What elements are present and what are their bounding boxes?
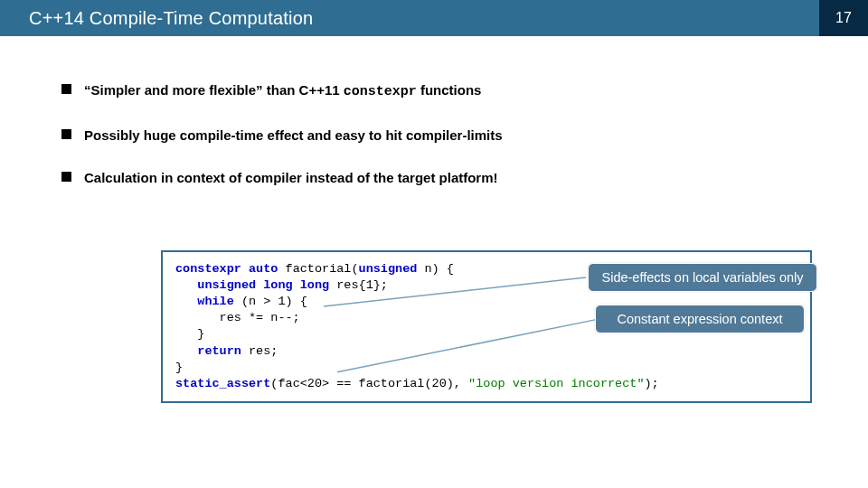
callout-side-effects: Side-effects on local variables only <box>588 263 817 292</box>
code-kw: static_assert <box>175 377 270 390</box>
code-kw: constexpr auto <box>175 262 286 276</box>
code-text: (fac<20> == factorial(20), <box>270 377 468 390</box>
code-string: "loop version incorrect" <box>468 377 644 390</box>
code-text <box>175 278 197 292</box>
code-text: res{1}; <box>329 278 388 292</box>
slide-header: C++14 Compile-Time Computation 17 <box>0 0 868 36</box>
slide-body: “Simpler and more flexible” than C++11 c… <box>0 36 868 403</box>
code-text: } <box>175 361 183 374</box>
code-region: constexpr auto factorial(unsigned n) { u… <box>161 250 812 404</box>
bullet-square-icon <box>61 84 71 94</box>
bullet-square-icon <box>61 172 71 182</box>
code-text: (n > 1) { <box>234 295 307 308</box>
code-kw: return <box>197 344 241 358</box>
bullet-square-icon <box>61 129 71 139</box>
code-kw: while <box>197 295 234 308</box>
page-number: 17 <box>819 0 868 36</box>
code-kw: unsigned <box>359 262 418 276</box>
code-text <box>175 344 197 358</box>
bullet-text-post: functions <box>417 82 482 98</box>
bullet-text-pre: Calculation in context of compiler inste… <box>84 170 498 185</box>
bullet-text-pre: Possibly huge compile-time effect and ea… <box>84 127 503 143</box>
code-text: res; <box>241 344 278 358</box>
code-text: ); <box>645 377 659 390</box>
bullet-text: Calculation in context of compiler inste… <box>84 169 498 187</box>
code-text: factorial( <box>286 262 359 276</box>
code-text <box>175 295 197 308</box>
bullet-item: “Simpler and more flexible” than C++11 c… <box>61 81 832 101</box>
bullet-text: “Simpler and more flexible” than C++11 c… <box>84 81 481 101</box>
bullet-item: Possibly huge compile-time effect and ea… <box>61 127 832 145</box>
slide-title: C++14 Compile-Time Computation <box>0 0 819 36</box>
code-text: res *= n--; <box>175 311 300 324</box>
slide: C++14 Compile-Time Computation 17 “Simpl… <box>0 0 868 488</box>
bullet-text: Possibly huge compile-time effect and ea… <box>84 127 503 145</box>
bullet-item: Calculation in context of compiler inste… <box>61 169 832 187</box>
code-text: } <box>175 327 204 341</box>
code-kw: unsigned long long <box>197 278 329 292</box>
bullet-text-mono: constexpr <box>344 84 417 99</box>
callout-constant-expr: Constant expression context <box>595 305 805 333</box>
code-text: n) { <box>417 262 454 276</box>
bullet-text-pre: “Simpler and more flexible” than C++11 <box>84 82 344 98</box>
